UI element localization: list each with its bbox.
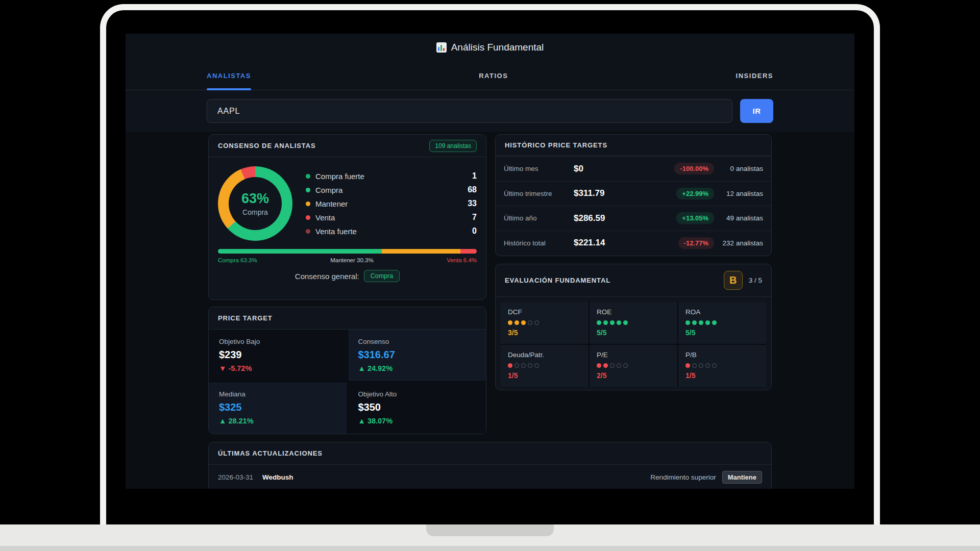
metric-grid: DCF 3/5 ROE 5/5 ROA 5/5 (501, 302, 766, 387)
search-bar: IR (126, 91, 854, 132)
updates-title: ÚLTIMAS ACTUALIZACIONES (218, 449, 323, 457)
page-title-text: Análisis Fundamental (451, 42, 544, 53)
evaluation-body: DCF 3/5 ROE 5/5 ROA 5/5 (496, 297, 771, 390)
metric-dots (597, 363, 670, 368)
rating-dot-empty (610, 363, 615, 368)
rating-dot-filled (712, 320, 717, 325)
legend-dot (306, 202, 310, 206)
rating-dot-empty (617, 363, 621, 368)
pt-label: Objetivo Alto (358, 390, 476, 398)
legend-value: 1 (472, 171, 477, 181)
pt-label: Mediana (219, 390, 337, 398)
rating-dot-filled (508, 320, 512, 325)
legend-value: 33 (468, 199, 477, 208)
general-consensus-row: Consenso general: Compra (218, 270, 477, 282)
evaluation-grade-group: B 3 / 5 (724, 271, 762, 290)
historic-label: Último año (504, 214, 574, 222)
metric-pb: P/B 1/5 (678, 345, 766, 387)
pt-change: ▲ 38.07% (358, 417, 476, 425)
legend-dot (306, 215, 310, 220)
historic-row: Histórico total $221.14 -12.77% 232 anal… (496, 231, 771, 256)
historic-change-pill: -100.00% (674, 163, 714, 174)
historic-label: Último trimestre (504, 190, 574, 197)
bar-segment-venta (460, 249, 477, 254)
update-action-badge: Mantiene (722, 471, 762, 484)
tab-ratios[interactable]: RATIOS (479, 68, 508, 90)
rating-dot-empty (712, 363, 717, 368)
rating-dot-filled (597, 363, 601, 368)
update-row: 2026-03-31 Wedbush Rendimiento superior … (209, 465, 771, 489)
historic-header: HISTÓRICO PRICE TARGETS (496, 135, 771, 156)
bar-segment-mantener (382, 249, 460, 254)
rating-dot-filled (617, 320, 621, 325)
metric-roa: ROA 5/5 (678, 302, 766, 344)
rating-dot-empty (514, 363, 519, 368)
tab-insiders[interactable]: INSIDERS (736, 68, 773, 90)
legend-label: Venta (315, 213, 335, 222)
historic-targets-card: HISTÓRICO PRICE TARGETS Último mes $0 -1… (495, 134, 772, 256)
rating-dot-empty (623, 363, 628, 368)
evaluation-card: EVALUACIÓN FUNDAMENTAL B 3 / 5 DCF 3/5 R… (495, 264, 772, 390)
legend-item: Venta fuerte 0 (306, 227, 477, 236)
rating-dot-empty (705, 363, 710, 368)
pt-value: $239 (219, 349, 337, 361)
metric-roe: ROE 5/5 (590, 302, 677, 344)
historic-row: Último trimestre $311.79 +22.99% 12 anal… (496, 181, 771, 206)
pt-cell-objetivo-alto: Objetivo Alto $350 ▲ 38.07% (348, 382, 486, 434)
consensus-chart-row: 63% Compra Compra fuerte 1 Compra (218, 166, 477, 241)
rating-dot-filled (508, 363, 512, 368)
grade-score: 3 / 5 (749, 277, 762, 284)
rating-dot-filled (521, 320, 526, 325)
historic-label: Histórico total (504, 239, 574, 247)
ticker-input[interactable] (207, 99, 732, 123)
price-target-header: PRICE TARGET (209, 307, 486, 330)
historic-change-pill: -12.77% (678, 237, 714, 249)
rating-dot-empty (534, 320, 539, 325)
legend-value: 68 (468, 185, 477, 194)
price-target-card: PRICE TARGET Objetivo Bajo $239 ▼ -5.72%… (208, 307, 486, 434)
rating-dot-filled (692, 320, 697, 325)
legend-label: Compra fuerte (315, 172, 364, 181)
rating-dot-empty (534, 363, 539, 368)
legend-dot (306, 188, 310, 192)
bar-label-venta: Venta 6.4% (447, 257, 477, 263)
go-button[interactable]: IR (740, 99, 773, 123)
rating-dot-filled (597, 320, 601, 325)
consensus-title: CONSENSO DE ANALISTAS (218, 142, 316, 149)
metric-label: P/E (597, 351, 670, 359)
pt-cell-mediana: Mediana $325 ▲ 28.21% (209, 382, 347, 434)
general-consensus-badge: Compra (364, 270, 400, 282)
rating-dot-filled (514, 320, 519, 325)
updates-card: ÚLTIMAS ACTUALIZACIONES 2026-03-31 Wedbu… (208, 442, 772, 489)
metric-dots (508, 363, 581, 368)
grade-badge: B (724, 271, 743, 290)
app-screen: Análisis Fundamental ANALISTAS RATIOS IN… (126, 34, 854, 489)
pt-cell-consenso: Consenso $316.67 ▲ 24.92% (348, 330, 486, 381)
distribution-bar-labels: Compra 63.3% Mantener 30.3% Venta 6.4% (218, 257, 477, 263)
pt-value: $316.67 (358, 349, 476, 361)
pt-change: ▼ -5.72% (219, 364, 337, 372)
consensus-card: CONSENSO DE ANALISTAS 109 analistas 63% … (208, 134, 486, 300)
rating-dot-filled (603, 320, 608, 325)
metric-score: 5/5 (597, 329, 670, 337)
historic-value: $0 (574, 164, 674, 174)
metric-label: ROE (597, 308, 670, 316)
legend-label: Compra (315, 186, 342, 194)
rating-dot-filled (610, 320, 615, 325)
pt-change: ▲ 28.21% (219, 417, 337, 425)
distribution-bar (218, 249, 477, 254)
legend-item: Venta 7 (306, 213, 477, 222)
rating-dot-empty (528, 363, 532, 368)
metric-score: 1/5 (508, 371, 581, 380)
tab-analistas[interactable]: ANALISTAS (207, 68, 251, 90)
historic-value: $221.14 (574, 238, 678, 248)
donut-label: Compra (242, 208, 268, 216)
historic-count: 232 analistas (714, 239, 763, 247)
update-date: 2026-03-31 (218, 473, 253, 481)
historic-count: 12 analistas (714, 190, 763, 197)
page-title: Análisis Fundamental (126, 34, 854, 53)
historic-change-pill: +22.99% (676, 188, 714, 199)
bar-chart-icon (436, 42, 447, 53)
rating-dot-empty (699, 363, 703, 368)
consensus-donut-chart: 63% Compra (218, 166, 292, 241)
